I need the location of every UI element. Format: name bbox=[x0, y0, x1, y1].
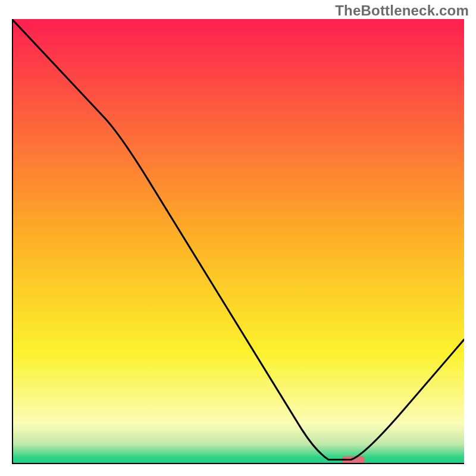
chart-container: TheBottleneck.com bbox=[0, 0, 476, 476]
plot-frame bbox=[12, 19, 464, 464]
chart-svg bbox=[12, 19, 464, 464]
watermark-text: TheBottleneck.com bbox=[335, 2, 469, 19]
gradient-background bbox=[12, 19, 464, 464]
